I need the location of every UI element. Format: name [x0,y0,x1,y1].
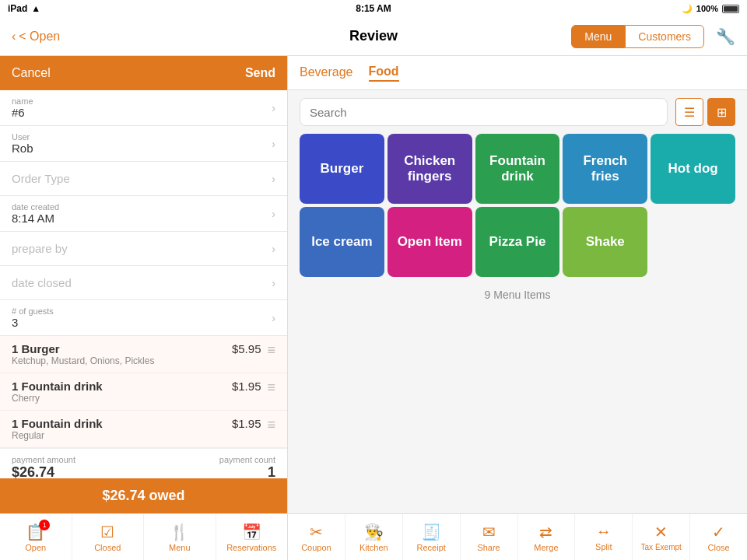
bottom-tab-receipt[interactable]: 🧾 Receipt [403,514,461,560]
date-created-chevron-icon: › [272,208,275,220]
menu-item[interactable]: Hot dog [651,134,735,204]
kitchen-icon: 👨‍🍳 [364,523,384,541]
menu-item[interactable]: Open Item [388,207,472,277]
guests-chevron-icon: › [272,312,275,324]
open-badge: 1 [39,520,50,530]
beverage-tab[interactable]: Beverage [300,65,353,81]
menu-tab-button[interactable]: Menu [571,25,625,48]
drag-handle-icon: ≡ [267,342,275,359]
order-info: name #6 › User Rob › Order Type › [0,90,287,478]
send-button[interactable]: Send [245,66,275,80]
bottom-tab-kitchen[interactable]: 👨‍🍳 Kitchen [345,514,403,560]
payment-amount-value: $26.74 [12,464,75,478]
name-label: name [12,96,33,106]
search-bar: ☰ ⊞ [288,90,747,134]
drag-handle-icon: ≡ [267,380,275,396]
date-created-value: 8:14 AM [12,212,59,225]
split-tab-label: Split [595,542,612,551]
menu-item[interactable]: Pizza Pie [475,207,560,277]
menu-item[interactable]: Fountain drink [475,134,560,204]
back-chevron-icon: ‹ [12,30,16,44]
prepare-by-label: prepare by [12,242,68,255]
menu-customers-toggle: Menu Customers [571,25,704,48]
date-created-label: date created [12,202,59,212]
order-item-name: 1 Fountain drink [12,380,232,393]
date-closed-label: date closed [12,276,72,289]
order-item[interactable]: 1 Burger Ketchup, Mustard, Onions, Pickl… [0,336,287,373]
search-input[interactable] [300,98,668,126]
bottom-left-tabs: 📋 1 Open ☑ Closed 🍴 Menu 📅 Reservations [0,514,288,560]
food-tab[interactable]: Food [369,65,399,82]
order-item-desc: Regular [12,430,232,441]
closed-tab-label: Closed [94,543,121,552]
close-tab-label: Close [708,543,730,552]
date-closed-row[interactable]: date closed › [0,266,287,300]
user-chevron-icon: › [272,138,275,150]
prepare-by-chevron-icon: › [272,243,275,255]
menu-grid: BurgerChicken fingersFountain drinkFrenc… [288,134,747,285]
guests-label: # of guests [12,306,54,316]
order-type-row[interactable]: Order Type › [0,162,287,196]
user-value: Rob [12,142,33,155]
list-icon: ☰ [684,105,695,120]
order-item-name: 1 Burger [12,342,232,355]
tax-exempt-tab-label: Tax Exempt [641,543,682,551]
back-label[interactable]: < Open [19,30,60,44]
merge-icon: ⇄ [539,523,552,541]
bottom-tab-closed[interactable]: ☑ Closed [72,514,145,560]
wrench-icon[interactable]: 🔧 [716,27,735,46]
menu-item[interactable]: Ice cream [300,207,384,277]
customers-tab-button[interactable]: Customers [625,25,704,48]
name-chevron-icon: › [272,102,275,114]
order-item[interactable]: 1 Fountain drink Cherry $1.95 ≡ [0,373,287,411]
grid-view-button[interactable]: ⊞ [707,98,735,126]
back-button[interactable]: ‹ < Open [12,30,60,44]
bottom-tab-split[interactable]: ↔ Split [575,514,633,560]
name-row[interactable]: name #6 › [0,90,287,126]
right-panel: Beverage Food ☰ ⊞ BurgerChicken fingersF… [288,56,747,513]
user-row[interactable]: User Rob › [0,126,287,162]
order-item-price: $5.95 [232,342,261,355]
open-icon: 📋 1 [26,523,45,541]
bottom-tabs: 📋 1 Open ☑ Closed 🍴 Menu 📅 Reservations … [0,513,747,560]
cancel-button[interactable]: Cancel [12,66,51,80]
wifi-icon: ▲ [31,3,40,14]
user-label: User [12,132,33,142]
menu-item[interactable]: Burger [300,134,384,204]
share-tab-label: Share [477,543,500,552]
payment-count-label: payment count [219,455,275,464]
close-icon: ✓ [712,523,725,541]
menu-item[interactable]: Chicken fingers [388,134,472,204]
name-value: #6 [12,106,33,119]
closed-icon: ☑ [100,523,114,541]
bottom-tab-open[interactable]: 📋 1 Open [0,514,72,560]
menu-item[interactable]: French fries [563,134,647,204]
bottom-tab-coupon[interactable]: ✂ Coupon [288,514,345,560]
prepare-by-row[interactable]: prepare by › [0,232,287,266]
date-closed-chevron-icon: › [272,277,275,289]
kitchen-tab-label: Kitchen [359,543,388,552]
order-item-price: $1.95 [232,380,261,393]
payment-row: payment amount $26.74 payment count 1 [0,448,287,478]
grid-icon: ⊞ [717,105,727,120]
bottom-tab-merge[interactable]: ⇄ Merge [518,514,576,560]
tax-exempt-icon: ✕ [654,523,668,541]
bottom-tab-share[interactable]: ✉ Share [461,514,518,560]
bottom-tab-menu[interactable]: 🍴 Menu [144,514,216,560]
menu-icon: 🍴 [170,523,189,541]
bottom-tab-close[interactable]: ✓ Close [690,514,747,560]
action-bar: Cancel Send [0,56,287,90]
order-items-list: 1 Burger Ketchup, Mustard, Onions, Pickl… [0,336,287,448]
coupon-tab-label: Coupon [301,543,331,552]
order-item[interactable]: 1 Fountain drink Regular $1.95 ≡ [0,411,287,448]
receipt-tab-label: Receipt [417,543,446,552]
guests-row[interactable]: # of guests 3 › [0,300,287,336]
list-view-button[interactable]: ☰ [675,98,703,126]
payment-amount-label: payment amount [12,455,75,464]
status-right: 🌙 100% [682,4,739,14]
bottom-tab-reservations[interactable]: 📅 Reservations [216,514,288,560]
menu-item[interactable]: Shake [563,207,647,277]
bottom-tab-tax-exempt[interactable]: ✕ Tax Exempt [633,514,690,560]
date-created-row[interactable]: date created 8:14 AM › [0,196,287,232]
status-left: iPad ▲ [8,3,40,14]
